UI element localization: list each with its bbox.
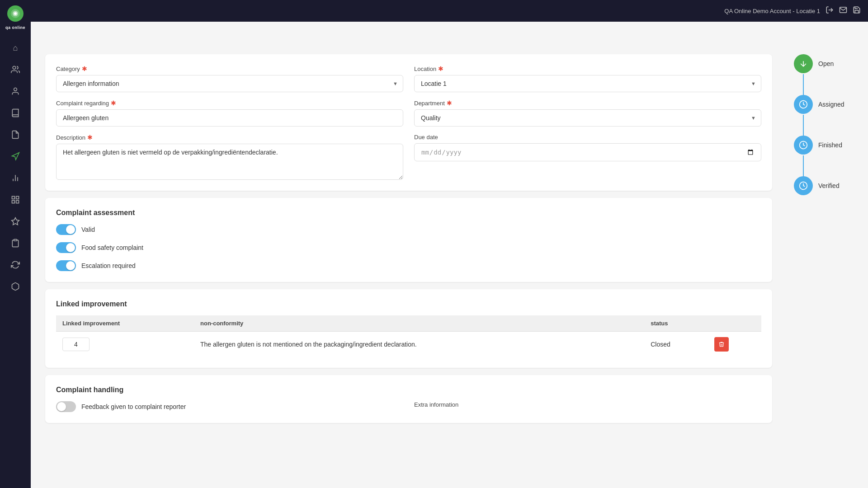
status-open: Open xyxy=(794,54,834,95)
linked-table-head: Linked improvement non-conformity status xyxy=(56,315,761,332)
complaint-handling-section: Complaint handling Feedback given to com… xyxy=(45,375,772,423)
row-description-duedate: Description ✱ Het allergeen gluten is ni… xyxy=(56,134,761,180)
description-label: Description ✱ xyxy=(56,134,403,141)
department-select-wrapper[interactable]: Quality xyxy=(414,109,761,127)
app-logo xyxy=(7,5,24,22)
sidebar-item-report[interactable] xyxy=(6,277,24,296)
complaint-regarding-required: ✱ xyxy=(111,99,116,107)
sidebar-item-clipboard[interactable] xyxy=(6,234,24,252)
svg-point-4 xyxy=(14,88,17,91)
department-select[interactable]: Quality xyxy=(414,109,761,127)
svg-rect-13 xyxy=(14,239,17,241)
category-select[interactable]: Allergen information xyxy=(56,75,403,92)
extra-info-label: Extra information xyxy=(414,401,761,408)
status-finished: Finished xyxy=(794,136,842,176)
open-status-circle[interactable] xyxy=(794,54,813,73)
linked-table-body: 4 The allergen gluten is not mentioned o… xyxy=(56,332,761,357)
sidebar-item-star[interactable] xyxy=(6,212,24,230)
escalation-toggle-knob xyxy=(66,261,75,270)
sidebar-item-home[interactable]: ⌂ xyxy=(6,39,24,57)
date-input-wrapper xyxy=(414,143,761,161)
export-icon[interactable] xyxy=(826,6,834,16)
status-sidebar: Open Assigned Finished xyxy=(787,43,868,488)
category-select-wrapper[interactable]: Allergen information xyxy=(56,75,403,92)
table-row: 4 The allergen gluten is not mentioned o… xyxy=(56,332,761,357)
food-safety-toggle[interactable] xyxy=(56,242,76,253)
row-action-cell xyxy=(708,332,761,357)
open-status-label: Open xyxy=(818,60,834,67)
due-date-group: Due date xyxy=(414,134,761,180)
assigned-status-circle[interactable] xyxy=(794,95,813,114)
complaint-regarding-input[interactable] xyxy=(56,109,403,127)
department-label: Department ✱ xyxy=(414,99,761,107)
feedback-toggle-label: Feedback given to complaint reporter xyxy=(81,403,186,410)
col-status: status xyxy=(644,315,708,332)
linked-improvement-title: Linked improvement xyxy=(56,300,761,308)
verified-status-label: Verified xyxy=(818,182,840,189)
feedback-toggle-knob xyxy=(57,402,66,411)
food-safety-toggle-label: Food safety complaint xyxy=(81,244,143,251)
complaint-handling-title: Complaint handling xyxy=(56,386,761,394)
topbar: QA Online Demo Account - Locatie 1 xyxy=(31,0,868,22)
verified-status-circle[interactable] xyxy=(794,176,813,195)
account-text: QA Online Demo Account - Locatie 1 xyxy=(724,8,820,14)
valid-toggle-label: Valid xyxy=(81,226,95,233)
valid-toggle-knob xyxy=(66,225,75,234)
svg-marker-12 xyxy=(12,218,19,225)
status-assigned: Assigned xyxy=(794,95,844,136)
sidebar-item-refresh[interactable] xyxy=(6,256,24,274)
row-complaint-department: Complaint regarding ✱ Department ✱ Quali… xyxy=(56,99,761,127)
escalation-toggle-label: Escalation required xyxy=(81,262,136,269)
row-status-cell: Closed xyxy=(644,332,708,357)
linked-id: 4 xyxy=(62,338,90,351)
department-required: ✱ xyxy=(447,99,452,107)
linked-improvement-table: Linked improvement non-conformity status… xyxy=(56,315,761,357)
sidebar-item-chart[interactable] xyxy=(6,169,24,187)
topbar-icons xyxy=(826,6,861,16)
category-label: Category ✱ xyxy=(56,65,403,72)
logo-area: qa online xyxy=(5,5,25,30)
valid-toggle-item: Valid xyxy=(56,224,761,235)
food-safety-toggle-knob xyxy=(66,243,75,252)
description-required: ✱ xyxy=(87,134,93,141)
status-badge: Closed xyxy=(651,341,670,348)
sidebar-item-user[interactable] xyxy=(6,82,24,100)
feedback-toggle[interactable] xyxy=(56,401,76,412)
sidebar-item-team[interactable] xyxy=(6,61,24,79)
location-required: ✱ xyxy=(438,65,443,72)
app-logo-text: qa online xyxy=(5,25,25,30)
sidebar-item-grid[interactable] xyxy=(6,191,24,209)
sidebar-item-megaphone[interactable] xyxy=(6,147,24,165)
mail-icon[interactable] xyxy=(839,6,847,16)
feedback-toggle-item: Feedback given to complaint reporter xyxy=(56,401,403,412)
linked-improvement-section: Linked improvement Linked improvement no… xyxy=(45,289,772,368)
category-group: Category ✱ Allergen information xyxy=(56,65,403,92)
due-date-input[interactable] xyxy=(414,143,761,161)
food-safety-toggle-item: Food safety complaint xyxy=(56,242,761,253)
status-verified: Verified xyxy=(794,176,840,195)
complaint-regarding-label: Complaint regarding ✱ xyxy=(56,99,403,107)
location-select[interactable]: Locatie 1 xyxy=(414,75,761,92)
location-select-wrapper[interactable]: Locatie 1 xyxy=(414,75,761,92)
svg-rect-11 xyxy=(12,201,15,203)
escalation-toggle[interactable] xyxy=(56,260,76,271)
col-non-conformity: non-conformity xyxy=(194,315,644,332)
delete-row-button[interactable] xyxy=(714,337,729,352)
svg-rect-10 xyxy=(16,201,19,203)
col-actions xyxy=(708,315,761,332)
col-linked-improvement: Linked improvement xyxy=(56,315,194,332)
escalation-toggle-item: Escalation required xyxy=(56,260,761,271)
sidebar-item-book[interactable] xyxy=(6,104,24,122)
location-group: Location ✱ Locatie 1 xyxy=(414,65,761,92)
sidebar: qa online ⌂ xyxy=(0,0,31,488)
save-icon[interactable] xyxy=(853,6,861,16)
description-textarea[interactable]: Het allergeen gluten is niet vermeld op … xyxy=(56,144,403,180)
extra-info-group: Extra information xyxy=(414,401,761,412)
valid-toggle[interactable] xyxy=(56,224,76,235)
main-content: Category ✱ Allergen information Location… xyxy=(31,43,787,488)
sidebar-item-document[interactable] xyxy=(6,126,24,144)
description-group: Description ✱ Het allergeen gluten is ni… xyxy=(56,134,403,180)
finished-status-circle[interactable] xyxy=(794,136,813,155)
svg-rect-8 xyxy=(12,197,15,199)
top-form-section: Category ✱ Allergen information Location… xyxy=(45,54,772,191)
